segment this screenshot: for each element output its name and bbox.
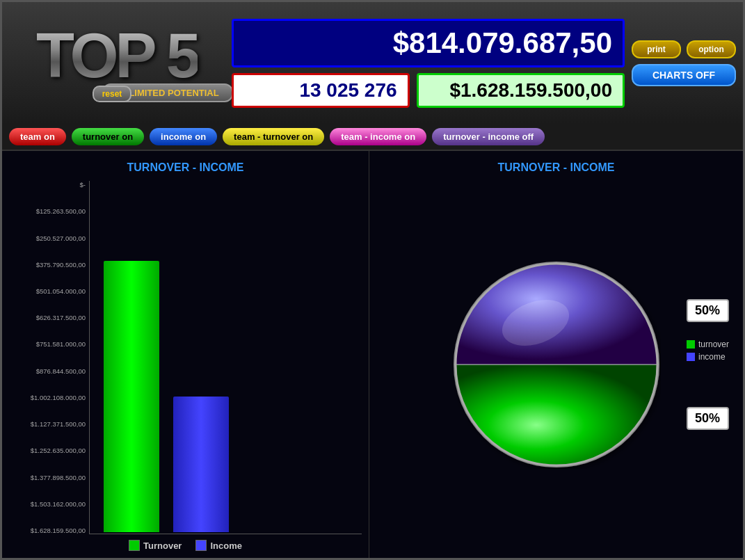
option-button[interactable]: option [687,40,736,58]
team-on-button[interactable]: team on [9,128,66,145]
main-value: $814.079.687,50 [393,26,612,59]
pie-chart-title: TURNOVER - INCOME [498,161,615,174]
y-label-10: $375.790.500,00 [9,261,86,269]
y-label-5: $1.002.108.000,00 [9,394,86,401]
team-turnover-on-button[interactable]: team - turnover on [223,128,324,145]
turnover-legend-item: Turnover [129,540,182,551]
turnover-bar [104,261,159,532]
y-label-12: $125.263.500,00 [9,207,86,215]
y-label-8: $626.317.500,00 [9,314,86,321]
team-income-on-button[interactable]: team - income on [330,128,426,145]
income-legend-color [195,540,207,551]
pie-income-label: income [698,352,726,362]
y-label-11: $250.527.000,00 [9,234,86,242]
top-percent-badge: 50% [687,299,729,322]
turnover-income-off-button[interactable]: turnover - income off [432,128,545,145]
bar-chart-section: TURNOVER - INCOME $1.628.159.500,00 $1.5… [2,151,369,558]
app-logo: TOP 5 [36,24,198,87]
y-axis: $1.628.159.500,00 $1.503.162.000,00 $1.3… [9,181,89,534]
y-label-9: $501.054.000,00 [9,287,86,295]
count-value: 13 025 276 [299,79,396,101]
pie-chart-section: TURNOVER - INCOME [369,151,743,558]
pie-chart-wrapper: 50% turnover income 50% [380,181,732,547]
pie-turnover-dot [687,340,695,349]
pie-turnover-legend: turnover [687,339,729,349]
pie-turnover-label: turnover [698,339,729,349]
y-label-7: $751.581.000,00 [9,340,86,348]
y-label-3: $1.252.635.000,00 [9,447,86,454]
income-legend-label: Income [210,541,242,551]
y-label-6: $876.844.500,00 [9,367,86,375]
bar-chart-title: TURNOVER - INCOME [9,161,362,174]
chart-legend: Turnover Income [9,540,362,551]
turnover-legend-color [129,540,140,551]
income-value: $1.628.159.500,00 [449,79,612,101]
main-value-box: $814.079.687,50 [232,19,625,67]
charts-area: TURNOVER - INCOME $1.628.159.500,00 $1.5… [2,150,743,558]
bottom-percent-badge: 50% [687,407,729,430]
y-label-0: $1.628.159.500,00 [9,527,86,534]
print-button[interactable]: print [632,40,681,58]
nav-bar: team on turnover on income on team - tur… [2,124,743,150]
income-bar [173,397,229,532]
y-label-13: $- [9,181,86,189]
turnover-on-button[interactable]: turnover on [72,128,144,145]
charts-off-button[interactable]: CHARTS OFF [632,64,736,86]
y-label-4: $1.127.371.500,00 [9,420,86,428]
turnover-legend-label: Turnover [143,541,182,551]
income-legend-item: Income [195,540,242,551]
income-on-button[interactable]: income on [150,128,217,145]
pie-income-legend: income [687,352,729,362]
income-box: $1.628.159.500,00 [417,73,625,108]
count-box: 13 025 276 [232,73,410,108]
pie-chart-svg [452,260,661,469]
pie-income-dot [687,353,695,361]
bar-chart-plot [89,181,362,534]
y-label-2: $1.377.898.500,00 [9,474,86,481]
y-label-1: $1.503.162.000,00 [9,500,86,508]
